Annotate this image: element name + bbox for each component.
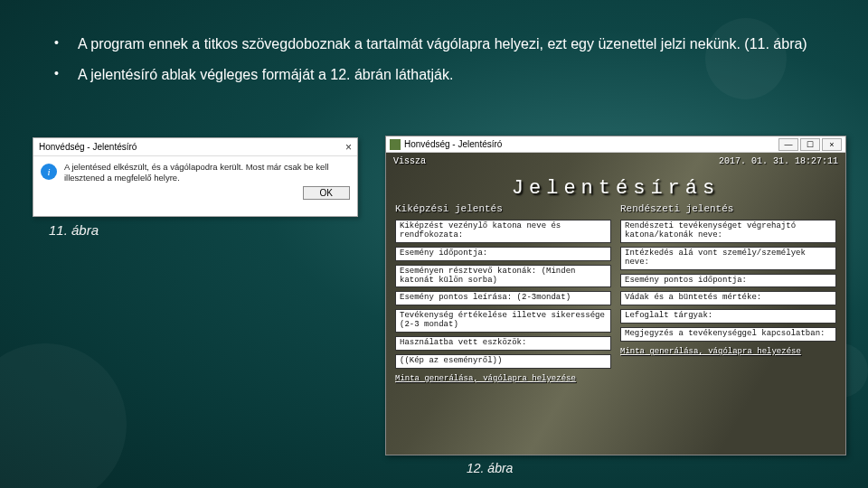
dialog-message: A jelentésed elkészült, és a vágólapodra… — [64, 162, 350, 184]
field[interactable]: Kiképzést vezénylő katona neve és rendfo… — [395, 220, 611, 243]
left-column: Kiképzési jelentés Kiképzést vezénylő ka… — [395, 203, 611, 438]
dialog-titlebar: Honvédség - Jelentésíró × — [33, 138, 357, 156]
dialog-11: Honvédség - Jelentésíró × i A jelentésed… — [33, 137, 358, 217]
field[interactable]: Rendészeti tevékenységet végrehajtó kato… — [620, 220, 836, 243]
figure-caption-12: 12. ábra — [467, 461, 513, 475]
back-link[interactable]: Vissza — [393, 156, 426, 166]
field[interactable]: Esemény pontos időpontja: — [620, 274, 836, 288]
app-body: Vissza 2017. 01. 31. 18:27:11 Jelentésír… — [386, 153, 845, 455]
close-icon[interactable]: × — [345, 141, 352, 154]
window-12: Honvédség - Jelentésíró — ☐ × Vissza 201… — [385, 136, 846, 455]
field[interactable]: ((Kép az eseményről)) — [395, 354, 611, 369]
window-titlebar: Honvédség - Jelentésíró — ☐ × — [386, 136, 845, 153]
minimize-icon[interactable]: — — [778, 138, 798, 151]
maximize-icon[interactable]: ☐ — [800, 138, 820, 151]
app-icon — [390, 139, 401, 150]
bullet-item: A program ennek a titkos szövegdoboznak … — [49, 34, 819, 54]
field[interactable]: Használatba vett eszközök: — [395, 336, 611, 351]
generate-left-link[interactable]: Minta generálása, vágólapra helyezése — [395, 372, 611, 383]
window-title: Honvédség - Jelentésíró — [404, 139, 502, 149]
field[interactable]: Esemény időpontja: — [395, 247, 611, 261]
window-controls: — ☐ × — [778, 138, 842, 151]
field[interactable]: Intézkedés alá vont személy/személyek ne… — [620, 247, 836, 270]
bullet-list: A program ennek a titkos szövegdoboznak … — [49, 34, 819, 86]
field[interactable]: Lefoglalt tárgyak: — [620, 309, 836, 324]
left-subhead: Kiképzési jelentés — [395, 203, 611, 216]
field[interactable]: Megjegyzés a tevékenységgel kapcsolatban… — [620, 327, 836, 342]
field[interactable]: Vádak és a büntetés mértéke: — [620, 291, 836, 305]
slide-body: A program ennek a titkos szövegdoboznak … — [0, 0, 868, 86]
right-subhead: Rendészeti jelentés — [620, 203, 836, 216]
ok-button[interactable]: OK — [303, 186, 350, 200]
dialog-title: Honvédség - Jelentésíró — [39, 142, 137, 152]
info-icon: i — [41, 164, 57, 180]
field[interactable]: Eseményen résztvevő katonák: (Minden kat… — [395, 265, 611, 288]
close-icon[interactable]: × — [822, 138, 842, 151]
field[interactable]: Esemény pontos leírása: (2-3mondat) — [395, 291, 611, 305]
field[interactable]: Tevékenység értékelése illetve sikeressé… — [395, 309, 611, 333]
figure-caption-11: 11. ábra — [49, 222, 99, 238]
generate-right-link[interactable]: Minta generálása, vágólapra helyezése — [620, 345, 836, 356]
datetime-label: 2017. 01. 31. 18:27:11 — [719, 156, 838, 166]
right-column: Rendészeti jelentés Rendészeti tevékenys… — [620, 203, 836, 438]
page-heading: Jelentésírás — [386, 170, 845, 203]
bullet-item: A jelentésíró ablak végleges formáját a … — [49, 65, 819, 85]
